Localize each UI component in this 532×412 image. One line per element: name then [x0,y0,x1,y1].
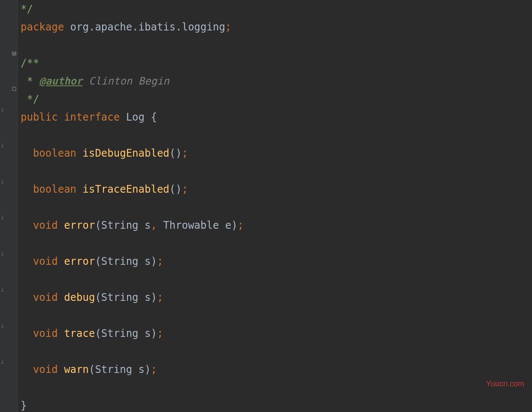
paren-open: ( [95,324,101,342]
method-name: error [58,252,95,270]
paren-close: ) [151,288,157,306]
code-line[interactable]: * @author Clinton Begin [21,72,532,90]
method-marker-icon[interactable]: ↓ [0,174,5,188]
keyword-public: public [21,108,58,126]
code-line[interactable]: */ [21,90,532,108]
code-line[interactable]: package org.apache.ibatis.logging; [21,18,532,36]
comment-text: */ [21,0,33,18]
code-line[interactable]: */ [21,0,532,18]
return-type: void [33,288,58,306]
return-type: boolean [33,144,76,162]
watermark-text: Yuucn.com [486,377,524,391]
method-marker-icon[interactable]: ↓ [0,354,5,368]
paren-open: ( [95,288,101,306]
paren-close: ) [151,252,157,270]
parameter: String s [95,360,145,379]
comma: , [151,216,157,234]
javadoc-open: /** [21,54,39,72]
semicolon: ; [157,288,163,306]
method-marker-icon[interactable]: ↓ [0,282,5,296]
method-marker-icon[interactable]: ↓ [0,210,5,224]
semicolon: ; [151,360,157,379]
paren-close: ) [145,360,151,379]
code-line[interactable] [21,234,532,252]
code-line[interactable]: boolean isDebugEnabled(); [21,144,532,162]
code-line[interactable] [21,36,532,54]
parameter: Throwable e [157,216,231,234]
code-line[interactable] [21,198,532,216]
code-line[interactable] [21,342,532,360]
paren-open: ( [95,216,101,234]
code-line[interactable] [21,126,532,144]
code-line[interactable]: /** [21,54,532,72]
method-marker-icon[interactable]: ↓ [0,138,5,152]
code-line[interactable]: void warn(String s); [21,360,532,379]
method-marker-icon[interactable]: ↓ [0,102,5,116]
paren-open: ( [89,360,95,379]
semicolon: ; [182,144,188,162]
method-name: error [58,216,95,234]
editor-gutter: ↓ ↓ ↓ ↓ ↓ ↓ ↓ ↓ [0,0,18,412]
code-line[interactable]: boolean isTraceEnabled(); [21,180,532,198]
javadoc-close: */ [21,90,39,108]
paren-close: ) [231,216,237,234]
author-tag: @author [39,72,82,90]
method-marker-icon[interactable]: ↓ [0,318,5,332]
author-name: Clinton Begin [83,72,169,90]
semicolon: ; [182,180,188,198]
method-name: isTraceEnabled [76,180,169,198]
parameter: String s [101,252,151,270]
code-line[interactable]: void error(String s, Throwable e); [21,216,532,234]
brace-open: { [151,108,157,126]
code-line[interactable]: void trace(String s); [21,324,532,342]
code-editor[interactable]: */ package org.apache.ibatis.logging; /*… [21,0,532,412]
semicolon: ; [157,324,163,342]
paren-close: ) [151,324,157,342]
code-line[interactable] [21,379,532,397]
method-name: warn [58,360,89,379]
return-type: void [33,324,58,342]
return-type: void [33,216,58,234]
brace-close: } [21,397,27,412]
code-line[interactable] [21,162,532,180]
code-line[interactable]: void debug(String s); [21,288,532,306]
package-name: org.apache.ibatis.logging [64,18,225,36]
semicolon: ; [157,252,163,270]
method-marker-icon[interactable]: ↓ [0,246,5,260]
return-type: void [33,360,58,379]
fold-expand-icon[interactable] [11,86,17,92]
semicolon: ; [225,18,231,36]
class-name: Log [120,108,151,126]
paren-open: ( [95,252,101,270]
method-name: isDebugEnabled [76,144,169,162]
code-line[interactable] [21,270,532,288]
code-line[interactable]: public interface Log { [21,108,532,126]
parentheses: () [169,180,182,198]
method-name: debug [58,288,95,306]
method-name: trace [58,324,95,342]
return-type: void [33,252,58,270]
keyword-package: package [21,18,64,36]
fold-collapse-icon[interactable] [11,51,17,57]
parameter: String s [101,216,151,234]
javadoc-star: * [21,72,39,90]
parentheses: () [169,144,182,162]
semicolon: ; [238,216,244,234]
parameter: String s [101,288,151,306]
code-line[interactable] [21,306,532,324]
keyword-interface: interface [58,108,120,126]
code-line[interactable]: } [21,397,532,412]
parameter: String s [101,324,151,342]
code-line[interactable]: void error(String s); [21,252,532,270]
return-type: boolean [33,180,76,198]
